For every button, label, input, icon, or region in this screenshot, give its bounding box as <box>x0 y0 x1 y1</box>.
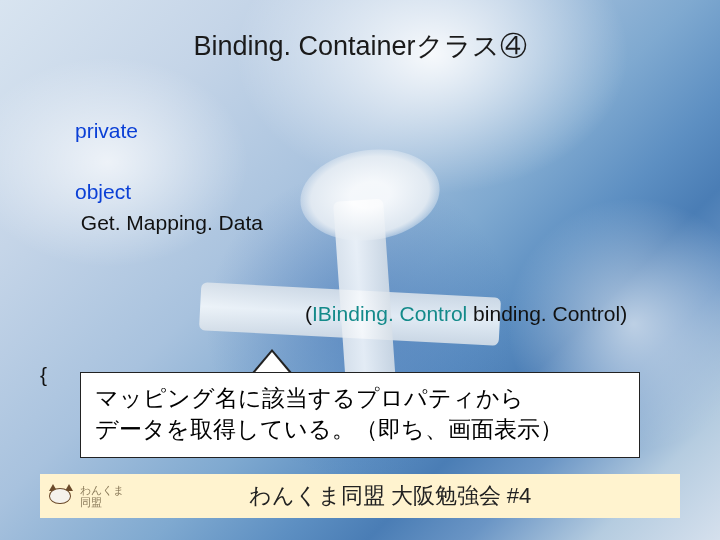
keyword-private: private <box>75 119 138 142</box>
callout-box: マッピング名に該当するプロパティから データを取得している。（即ち、画面表示） <box>80 372 640 458</box>
cat-icon <box>48 486 74 506</box>
space <box>75 150 81 173</box>
logo-text-2: 同盟 <box>80 496 124 508</box>
footer-bar: わんくま 同盟 わんくま同盟 大阪勉強会 #4 <box>40 474 680 518</box>
callout-line-1: マッピング名に該当するプロパティから <box>95 383 625 414</box>
code-line-params: (IBinding. Control binding. Control) <box>40 269 680 360</box>
slide-title: Binding. Containerクラス④ <box>40 28 680 64</box>
param-name: binding. Control) <box>467 302 627 325</box>
footer-title: わんくま同盟 大阪勉強会 #4 <box>160 481 680 511</box>
logo-text: わんくま 同盟 <box>80 484 124 508</box>
param-type: IBinding. Control <box>312 302 467 325</box>
method-name: Get. Mapping. Data <box>75 211 263 234</box>
logo-text-1: わんくま <box>80 484 124 496</box>
paren-open: ( <box>305 302 312 325</box>
footer-logo: わんくま 同盟 <box>40 474 160 518</box>
code-block: private object Get. Mapping. Data (IBind… <box>40 86 680 540</box>
callout-line-2: データを取得している。（即ち、画面表示） <box>95 414 625 445</box>
slide-content: Binding. Containerクラス④ private object Ge… <box>0 0 720 540</box>
code-line-signature: private object Get. Mapping. Data <box>40 86 680 269</box>
keyword-object: object <box>75 180 131 203</box>
